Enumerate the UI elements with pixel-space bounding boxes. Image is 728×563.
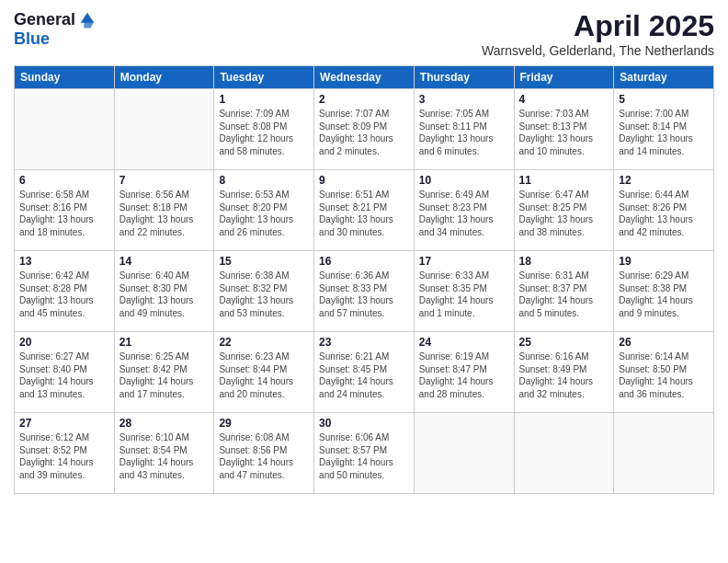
calendar-cell: 28Sunrise: 6:10 AM Sunset: 8:54 PM Dayli…	[114, 413, 214, 494]
day-number: 14	[119, 255, 210, 268]
day-info: Sunrise: 6:23 AM Sunset: 8:44 PM Dayligh…	[219, 350, 309, 400]
day-info: Sunrise: 6:58 AM Sunset: 8:16 PM Dayligh…	[19, 189, 109, 238]
calendar-cell: 14Sunrise: 6:40 AM Sunset: 8:30 PM Dayli…	[114, 251, 214, 332]
day-info: Sunrise: 7:09 AM Sunset: 8:08 PM Dayligh…	[219, 108, 309, 157]
day-number: 20	[19, 336, 109, 349]
calendar-cell: 16Sunrise: 6:36 AM Sunset: 8:33 PM Dayli…	[314, 251, 415, 332]
col-wednesday: Wednesday	[314, 66, 415, 89]
day-info: Sunrise: 6:27 AM Sunset: 8:40 PM Dayligh…	[19, 350, 109, 400]
calendar-cell: 4Sunrise: 7:03 AM Sunset: 8:13 PM Daylig…	[514, 89, 614, 170]
svg-marker-0	[81, 13, 95, 23]
page: General Blue April 2025 Warnsveld, Gelde…	[0, 0, 728, 563]
day-info: Sunrise: 6:12 AM Sunset: 8:52 PM Dayligh…	[19, 431, 109, 481]
calendar-cell	[15, 89, 115, 170]
day-info: Sunrise: 6:25 AM Sunset: 8:42 PM Dayligh…	[119, 350, 210, 400]
day-info: Sunrise: 7:03 AM Sunset: 8:13 PM Dayligh…	[519, 108, 609, 157]
day-info: Sunrise: 6:14 AM Sunset: 8:50 PM Dayligh…	[619, 350, 709, 400]
calendar-header-row: Sunday Monday Tuesday Wednesday Thursday…	[15, 66, 714, 89]
calendar-cell: 15Sunrise: 6:38 AM Sunset: 8:32 PM Dayli…	[214, 251, 314, 332]
calendar-cell: 18Sunrise: 6:31 AM Sunset: 8:37 PM Dayli…	[514, 251, 614, 332]
day-info: Sunrise: 6:10 AM Sunset: 8:54 PM Dayligh…	[119, 431, 210, 481]
day-info: Sunrise: 7:07 AM Sunset: 8:09 PM Dayligh…	[319, 108, 409, 157]
day-number: 29	[219, 417, 309, 430]
day-info: Sunrise: 6:42 AM Sunset: 8:28 PM Dayligh…	[19, 270, 109, 319]
calendar-cell: 23Sunrise: 6:21 AM Sunset: 8:45 PM Dayli…	[314, 332, 415, 413]
day-number: 19	[619, 255, 709, 268]
col-friday: Friday	[514, 66, 614, 89]
day-number: 9	[319, 174, 409, 187]
day-info: Sunrise: 6:16 AM Sunset: 8:49 PM Dayligh…	[519, 350, 609, 400]
day-number: 8	[219, 174, 309, 187]
calendar-cell: 19Sunrise: 6:29 AM Sunset: 8:38 PM Dayli…	[614, 251, 714, 332]
week-row-3: 13Sunrise: 6:42 AM Sunset: 8:28 PM Dayli…	[15, 251, 714, 332]
day-info: Sunrise: 6:21 AM Sunset: 8:45 PM Dayligh…	[319, 350, 409, 400]
calendar-cell: 2Sunrise: 7:07 AM Sunset: 8:09 PM Daylig…	[314, 89, 415, 170]
calendar-cell: 17Sunrise: 6:33 AM Sunset: 8:35 PM Dayli…	[414, 251, 514, 332]
logo: General Blue	[14, 9, 97, 49]
day-number: 15	[219, 255, 309, 268]
col-tuesday: Tuesday	[214, 66, 314, 89]
calendar-cell: 13Sunrise: 6:42 AM Sunset: 8:28 PM Dayli…	[15, 251, 115, 332]
calendar-cell: 3Sunrise: 7:05 AM Sunset: 8:11 PM Daylig…	[414, 89, 514, 170]
title-location: Warnsveld, Gelderland, The Netherlands	[482, 43, 714, 58]
day-number: 3	[419, 93, 509, 106]
day-number: 1	[219, 93, 309, 106]
logo-blue: Blue	[14, 29, 50, 48]
calendar-cell	[414, 413, 514, 494]
day-number: 22	[219, 336, 309, 349]
calendar-cell: 9Sunrise: 6:51 AM Sunset: 8:21 PM Daylig…	[314, 170, 415, 251]
title-month: April 2025	[482, 9, 714, 43]
day-info: Sunrise: 7:00 AM Sunset: 8:14 PM Dayligh…	[619, 108, 709, 157]
day-number: 24	[419, 336, 509, 349]
calendar-cell: 10Sunrise: 6:49 AM Sunset: 8:23 PM Dayli…	[414, 170, 514, 251]
col-thursday: Thursday	[414, 66, 514, 89]
calendar-cell: 24Sunrise: 6:19 AM Sunset: 8:47 PM Dayli…	[414, 332, 514, 413]
calendar-cell: 12Sunrise: 6:44 AM Sunset: 8:26 PM Dayli…	[614, 170, 714, 251]
week-row-5: 27Sunrise: 6:12 AM Sunset: 8:52 PM Dayli…	[15, 413, 714, 494]
day-info: Sunrise: 6:31 AM Sunset: 8:37 PM Dayligh…	[519, 270, 609, 319]
day-number: 25	[519, 336, 609, 349]
calendar-cell: 22Sunrise: 6:23 AM Sunset: 8:44 PM Dayli…	[214, 332, 314, 413]
day-number: 18	[519, 255, 609, 268]
day-info: Sunrise: 7:05 AM Sunset: 8:11 PM Dayligh…	[419, 108, 509, 157]
day-info: Sunrise: 6:51 AM Sunset: 8:21 PM Dayligh…	[319, 189, 409, 238]
calendar-cell: 8Sunrise: 6:53 AM Sunset: 8:20 PM Daylig…	[214, 170, 314, 251]
day-info: Sunrise: 6:44 AM Sunset: 8:26 PM Dayligh…	[619, 189, 709, 238]
day-info: Sunrise: 6:08 AM Sunset: 8:56 PM Dayligh…	[219, 431, 309, 481]
day-number: 7	[119, 174, 210, 187]
day-number: 28	[119, 417, 210, 430]
col-monday: Monday	[114, 66, 214, 89]
day-info: Sunrise: 6:53 AM Sunset: 8:20 PM Dayligh…	[219, 189, 309, 238]
day-number: 27	[19, 417, 109, 430]
calendar-cell: 26Sunrise: 6:14 AM Sunset: 8:50 PM Dayli…	[614, 332, 714, 413]
svg-marker-1	[84, 21, 94, 28]
week-row-2: 6Sunrise: 6:58 AM Sunset: 8:16 PM Daylig…	[15, 170, 714, 251]
day-number: 21	[119, 336, 210, 349]
day-number: 26	[619, 336, 709, 349]
day-number: 2	[319, 93, 409, 106]
day-number: 17	[419, 255, 509, 268]
calendar-cell: 5Sunrise: 7:00 AM Sunset: 8:14 PM Daylig…	[614, 89, 714, 170]
day-info: Sunrise: 6:40 AM Sunset: 8:30 PM Dayligh…	[119, 270, 210, 319]
title-block: April 2025 Warnsveld, Gelderland, The Ne…	[482, 9, 714, 58]
day-info: Sunrise: 6:06 AM Sunset: 8:57 PM Dayligh…	[319, 431, 409, 481]
calendar: Sunday Monday Tuesday Wednesday Thursday…	[14, 65, 714, 494]
header: General Blue April 2025 Warnsveld, Gelde…	[14, 9, 714, 58]
calendar-cell	[614, 413, 714, 494]
calendar-cell: 7Sunrise: 6:56 AM Sunset: 8:18 PM Daylig…	[114, 170, 214, 251]
week-row-1: 1Sunrise: 7:09 AM Sunset: 8:08 PM Daylig…	[15, 89, 714, 170]
col-saturday: Saturday	[614, 66, 714, 89]
day-info: Sunrise: 6:19 AM Sunset: 8:47 PM Dayligh…	[419, 350, 509, 400]
day-info: Sunrise: 6:47 AM Sunset: 8:25 PM Dayligh…	[519, 189, 609, 238]
day-number: 5	[619, 93, 709, 106]
week-row-4: 20Sunrise: 6:27 AM Sunset: 8:40 PM Dayli…	[15, 332, 714, 413]
calendar-cell: 29Sunrise: 6:08 AM Sunset: 8:56 PM Dayli…	[214, 413, 314, 494]
day-info: Sunrise: 6:33 AM Sunset: 8:35 PM Dayligh…	[419, 270, 509, 319]
calendar-cell: 30Sunrise: 6:06 AM Sunset: 8:57 PM Dayli…	[314, 413, 415, 494]
calendar-cell: 11Sunrise: 6:47 AM Sunset: 8:25 PM Dayli…	[514, 170, 614, 251]
calendar-cell: 20Sunrise: 6:27 AM Sunset: 8:40 PM Dayli…	[15, 332, 115, 413]
day-number: 16	[319, 255, 409, 268]
logo-icon	[77, 9, 97, 29]
day-info: Sunrise: 6:36 AM Sunset: 8:33 PM Dayligh…	[319, 270, 409, 319]
calendar-cell: 21Sunrise: 6:25 AM Sunset: 8:42 PM Dayli…	[114, 332, 214, 413]
